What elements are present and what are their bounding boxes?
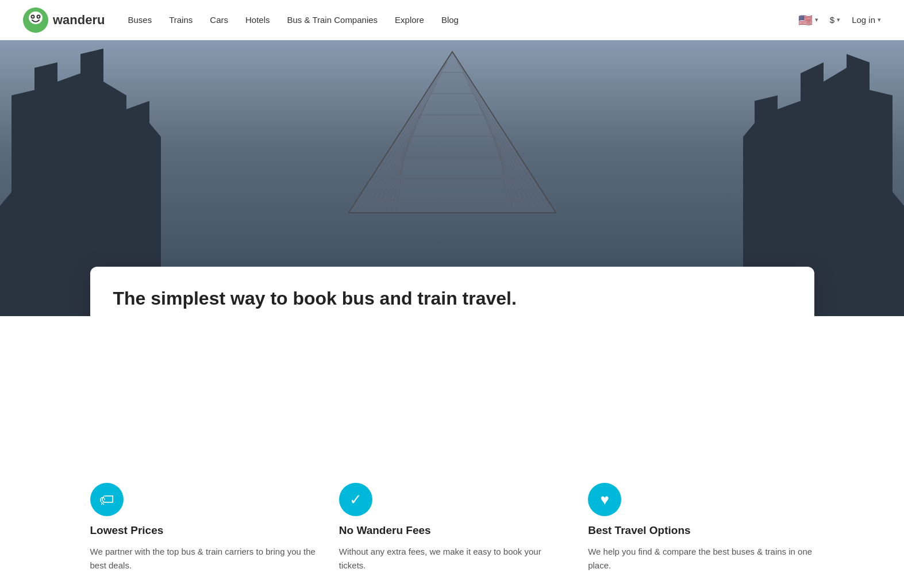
- currency-chevron: ▾: [837, 16, 840, 24]
- search-card-wrapper: The simplest way to book bus and train t…: [90, 267, 814, 316]
- nav-links: Buses Trains Cars Hotels Bus & Train Com…: [128, 15, 798, 25]
- svg-marker-35: [349, 52, 556, 213]
- nav-explore[interactable]: Explore: [395, 15, 424, 25]
- nav-bus-train-companies[interactable]: Bus & Train Companies: [287, 15, 378, 25]
- nav-blog[interactable]: Blog: [441, 15, 459, 25]
- feature-no-fees: ✓ No Wanderu Fees Without any extra fees…: [339, 483, 565, 572]
- content-area: 🏷 Lowest Prices We partner with the top …: [0, 448, 904, 588]
- search-card: The simplest way to book bus and train t…: [90, 267, 814, 316]
- hero-section: The simplest way to book bus and train t…: [0, 40, 904, 316]
- best-options-icon: ♥: [588, 483, 621, 516]
- login-button[interactable]: Log in ▾: [852, 15, 881, 25]
- best-options-desc: We help you find & compare the best buse…: [588, 545, 814, 572]
- language-selector[interactable]: 🇺🇸 ▾: [798, 13, 818, 27]
- nav-right: 🇺🇸 ▾ $ ▾ Log in ▾: [798, 13, 881, 27]
- login-chevron: ▾: [878, 16, 881, 24]
- no-fees-desc: Without any extra fees, we make it easy …: [339, 545, 565, 572]
- language-chevron: ▾: [815, 16, 818, 24]
- nav-hotels[interactable]: Hotels: [245, 15, 270, 25]
- nav-buses[interactable]: Buses: [128, 15, 152, 25]
- svg-point-4: [32, 16, 34, 17]
- lowest-prices-title: Lowest Prices: [90, 524, 316, 537]
- logo[interactable]: wanderu: [23, 7, 105, 33]
- nav-cars[interactable]: Cars: [210, 15, 228, 25]
- logo-icon: [23, 7, 48, 33]
- best-options-title: Best Travel Options: [588, 524, 814, 537]
- hero-title: The simplest way to book bus and train t…: [113, 287, 791, 309]
- pyramid-illustration: [337, 40, 567, 224]
- logo-text: wanderu: [53, 13, 105, 28]
- features-row: 🏷 Lowest Prices We partner with the top …: [90, 483, 814, 572]
- flag-icon: 🇺🇸: [798, 13, 813, 27]
- navbar: wanderu Buses Trains Cars Hotels Bus & T…: [0, 0, 904, 40]
- no-fees-icon: ✓: [339, 483, 372, 516]
- feature-lowest-prices: 🏷 Lowest Prices We partner with the top …: [90, 483, 316, 572]
- currency-symbol: $: [830, 15, 834, 25]
- nav-trains[interactable]: Trains: [169, 15, 193, 25]
- lowest-prices-icon: 🏷: [90, 483, 124, 516]
- svg-point-5: [38, 16, 40, 17]
- no-fees-title: No Wanderu Fees: [339, 524, 565, 537]
- lowest-prices-desc: We partner with the top bus & train carr…: [90, 545, 316, 572]
- currency-selector[interactable]: $ ▾: [830, 15, 840, 25]
- feature-best-options: ♥ Best Travel Options We help you find &…: [588, 483, 814, 572]
